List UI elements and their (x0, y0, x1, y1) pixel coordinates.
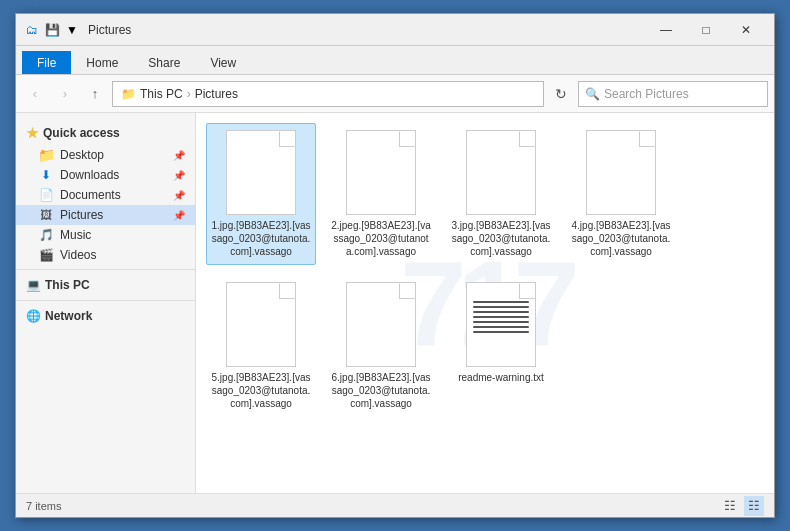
file-item-3[interactable]: 3.jpg.[9B83AE23].[vassago_0203@tutanota.… (446, 123, 556, 265)
pin-icon-dl: 📌 (173, 170, 185, 181)
file-name-4: 4.jpg.[9B83AE23].[vassago_0203@tutanota.… (571, 219, 671, 258)
file-item-2[interactable]: 2.jpeg.[9B83AE23].[vassago_0203@tutanota… (326, 123, 436, 265)
file-grid: 1.jpg.[9B83AE23].[vassago_0203@tutanota.… (206, 123, 764, 417)
doc-icon: 📄 (38, 188, 54, 202)
file-icon-3 (466, 130, 536, 215)
view-controls: ☷ ☷ (720, 496, 764, 516)
minimize-button[interactable]: — (646, 14, 686, 46)
sidebar-divider-1 (16, 269, 195, 270)
list-view-button[interactable]: ☷ (720, 496, 740, 516)
sidebar-label-desktop: Desktop (60, 148, 104, 162)
window-controls: — □ ✕ (646, 14, 766, 46)
txt-line-6 (473, 326, 529, 328)
up-button[interactable]: ↑ (82, 81, 108, 107)
txt-line-5 (473, 321, 529, 323)
path-this-pc[interactable]: This PC (140, 87, 183, 101)
pin-icon-doc: 📌 (173, 190, 185, 201)
folder-icon: 📁 (38, 148, 54, 162)
this-pc-label: This PC (45, 278, 90, 292)
tab-view[interactable]: View (195, 51, 251, 74)
title-bar-icons: 🗂 💾 ▼ (24, 22, 80, 38)
status-bar: 7 items ☷ ☷ (16, 493, 774, 517)
search-box[interactable]: 🔍 Search Pictures (578, 81, 768, 107)
fold-corner-2 (399, 131, 415, 147)
sidebar-label-pictures: Pictures (60, 208, 103, 222)
file-name-3: 3.jpg.[9B83AE23].[vassago_0203@tutanota.… (451, 219, 551, 258)
quick-access-label: Quick access (43, 126, 120, 140)
file-icon-2 (346, 130, 416, 215)
fold-corner-6 (399, 283, 415, 299)
music-icon: 🎵 (38, 228, 54, 242)
refresh-button[interactable]: ↻ (548, 81, 574, 107)
path-pictures[interactable]: Pictures (195, 87, 238, 101)
txt-line-1 (473, 301, 529, 303)
file-item-4[interactable]: 4.jpg.[9B83AE23].[vassago_0203@tutanota.… (566, 123, 676, 265)
path-icon: 📁 (121, 87, 136, 101)
download-icon: ⬇ (38, 168, 54, 182)
spacer-1 (686, 123, 774, 265)
main-area: ★ Quick access 📁 Desktop 📌 ⬇ Downloads 📌… (16, 113, 774, 493)
sidebar-item-desktop[interactable]: 📁 Desktop 📌 (16, 145, 195, 165)
address-path[interactable]: 📁 This PC › Pictures (112, 81, 544, 107)
file-name-7: readme-warning.txt (458, 371, 544, 384)
txt-lines (467, 301, 535, 333)
sidebar-label-videos: Videos (60, 248, 96, 262)
sidebar-label-music: Music (60, 228, 91, 242)
txt-line-4 (473, 316, 529, 318)
maximize-button[interactable]: □ (686, 14, 726, 46)
file-name-6: 6.jpg.[9B83AE23].[vassago_0203@tutanota.… (331, 371, 431, 410)
fold-corner-3 (519, 131, 535, 147)
sidebar-label-documents: Documents (60, 188, 121, 202)
item-count: 7 items (26, 500, 61, 512)
dropdown-icon: ▼ (64, 22, 80, 38)
pc-icon: 💻 (26, 278, 41, 292)
fold-corner-7 (519, 283, 535, 299)
quick-access-icon: 🗂 (24, 22, 40, 38)
fold-corner-4 (639, 131, 655, 147)
sidebar-item-pictures[interactable]: 🖼 Pictures 📌 (16, 205, 195, 225)
this-pc-header[interactable]: 💻 This PC (16, 274, 195, 296)
ribbon-tabs: File Home Share View (16, 46, 774, 74)
file-item-6[interactable]: 6.jpg.[9B83AE23].[vassago_0203@tutanota.… (326, 275, 436, 417)
txt-line-7 (473, 331, 529, 333)
network-label: Network (45, 309, 92, 323)
grid-view-button[interactable]: ☷ (744, 496, 764, 516)
file-icon-5 (226, 282, 296, 367)
file-name-2: 2.jpeg.[9B83AE23].[vassago_0203@tutanota… (331, 219, 431, 258)
file-area: 717 1.jpg.[9B83AE23].[vassago_0203@tutan… (196, 113, 774, 493)
sidebar-item-downloads[interactable]: ⬇ Downloads 📌 (16, 165, 195, 185)
search-placeholder: Search Pictures (604, 87, 689, 101)
sidebar-label-downloads: Downloads (60, 168, 119, 182)
sidebar-item-documents[interactable]: 📄 Documents 📌 (16, 185, 195, 205)
fold-corner-5 (279, 283, 295, 299)
window-title: Pictures (88, 23, 646, 37)
forward-button[interactable]: › (52, 81, 78, 107)
txt-line-2 (473, 306, 529, 308)
tab-share[interactable]: Share (133, 51, 195, 74)
file-icon-6 (346, 282, 416, 367)
video-icon: 🎬 (38, 248, 54, 262)
file-item-5[interactable]: 5.jpg.[9B83AE23].[vassago_0203@tutanota.… (206, 275, 316, 417)
network-header[interactable]: 🌐 Network (16, 305, 195, 327)
fold-corner-1 (279, 131, 295, 147)
txt-line-3 (473, 311, 529, 313)
sidebar: ★ Quick access 📁 Desktop 📌 ⬇ Downloads 📌… (16, 113, 196, 493)
ribbon: File Home Share View (16, 46, 774, 75)
path-separator-1: › (187, 87, 191, 101)
file-icon-7 (466, 282, 536, 367)
sidebar-item-videos[interactable]: 🎬 Videos (16, 245, 195, 265)
file-item-1[interactable]: 1.jpg.[9B83AE23].[vassago_0203@tutanota.… (206, 123, 316, 265)
address-bar: ‹ › ↑ 📁 This PC › Pictures ↻ 🔍 Search Pi… (16, 75, 774, 113)
file-item-7[interactable]: readme-warning.txt (446, 275, 556, 417)
back-button[interactable]: ‹ (22, 81, 48, 107)
quick-access-header[interactable]: ★ Quick access (16, 121, 195, 145)
title-bar: 🗂 💾 ▼ Pictures — □ ✕ (16, 14, 774, 46)
pin-icon-pic: 📌 (173, 210, 185, 221)
tab-home[interactable]: Home (71, 51, 133, 74)
sidebar-divider-2 (16, 300, 195, 301)
close-button[interactable]: ✕ (726, 14, 766, 46)
pin-icon: 📌 (173, 150, 185, 161)
tab-file[interactable]: File (22, 51, 71, 74)
sidebar-item-music[interactable]: 🎵 Music (16, 225, 195, 245)
picture-icon: 🖼 (38, 208, 54, 222)
